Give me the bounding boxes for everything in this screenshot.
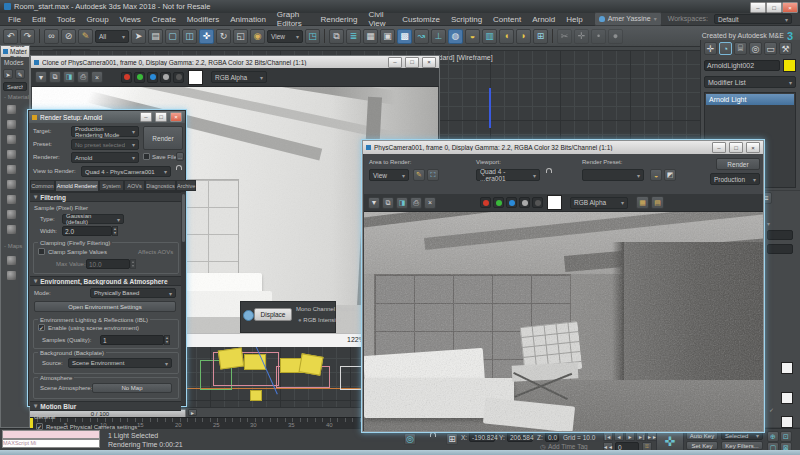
selection-set-dropdown[interactable]: Selected▾ (721, 431, 763, 440)
vfb2-production-dropdown[interactable]: Production▾ (710, 173, 760, 185)
vfb2-channel-dropdown[interactable]: RGB Alpha▾ (570, 197, 628, 209)
play-icon[interactable]: ► (625, 432, 635, 441)
area-to-render-dropdown[interactable]: View▾ (369, 169, 409, 181)
motion-tab-icon[interactable]: ◎ (749, 42, 762, 55)
select-link-icon[interactable]: ∞ (44, 29, 59, 44)
align-icon[interactable]: ≣ (346, 29, 361, 44)
render-setup-shortcut-icon[interactable]: ◒ (650, 169, 662, 181)
light-shadow-swatch[interactable] (781, 416, 793, 428)
modify-tab-icon[interactable]: ◔ (719, 42, 732, 55)
macro-recorder-field[interactable] (2, 430, 100, 439)
reference-coordinate-dropdown[interactable]: View▾ (267, 30, 303, 43)
light-filter-swatch[interactable] (781, 392, 793, 404)
menu-edit[interactable]: Edit (32, 15, 46, 24)
tab-aovs[interactable]: AOVs (124, 180, 145, 191)
vfb2-blue-channel-icon[interactable] (506, 197, 517, 208)
ribbon-toggle-icon[interactable]: ▩ (397, 29, 412, 44)
selection-filter-dropdown[interactable]: All▾ (95, 30, 129, 43)
workspace-dropdown[interactable]: Default▾ (714, 14, 792, 24)
rgb-intensity-radio[interactable]: ● RGB Intensity (298, 316, 340, 324)
vfb2-render-button[interactable]: Render (716, 158, 760, 170)
slate-select-icon[interactable]: ➤ (3, 69, 13, 79)
vfb1-channel-dropdown[interactable]: RGB Alpha▾ (211, 71, 267, 83)
menu-content[interactable]: Content (493, 15, 521, 24)
select-and-scale-icon[interactable]: ◱ (233, 29, 248, 44)
vfb1-background-swatch[interactable] (188, 70, 203, 85)
vfb1-red-channel-icon[interactable] (121, 72, 132, 83)
maxscript-mini-listener[interactable]: MAXScript Mi (2, 439, 100, 448)
open-arnold-aov-icon[interactable]: ⊞ (533, 29, 548, 44)
filter-width-field[interactable]: 2.0 (62, 226, 112, 236)
vfb2-clear-icon[interactable]: × (424, 197, 436, 209)
layer-manager-icon[interactable]: ▣ (380, 29, 395, 44)
use-pivot-point-icon[interactable]: ◳ (305, 29, 320, 44)
vfb2-copy-icon[interactable]: ⧉ (382, 197, 394, 209)
vfb1-close-button[interactable]: × (422, 57, 436, 68)
save-file-browse-button[interactable]: ... (176, 152, 184, 161)
time-slider-next-icon[interactable]: ► (188, 409, 197, 416)
vfb1-clone-icon[interactable]: ⧉ (49, 71, 61, 83)
x-coordinate-field[interactable]: -190.824 (469, 432, 495, 442)
vfb2-mono-channel-icon[interactable] (519, 197, 530, 208)
vfb2-layers-icon[interactable]: ▤ (651, 196, 664, 209)
object-color-swatch[interactable] (783, 59, 796, 72)
vfb2-maximize-button[interactable]: □ (729, 142, 743, 153)
menu-arnold[interactable]: Arnold (532, 15, 555, 24)
select-and-move-icon[interactable]: ✜ (199, 29, 214, 44)
menu-modifiers[interactable]: Modifiers (187, 15, 219, 24)
environment-dialog-icon[interactable]: ◩ (664, 169, 676, 181)
render-iterative-icon[interactable]: ◗ (516, 29, 531, 44)
select-and-place-icon[interactable]: ◉ (250, 29, 265, 44)
vfb1-green-channel-icon[interactable] (134, 72, 145, 83)
displace-button[interactable]: Displace (254, 308, 292, 321)
vfb2-save-icon[interactable]: ▼ (368, 197, 380, 209)
select-and-rotate-icon[interactable]: ↻ (216, 29, 231, 44)
vfb2-green-channel-icon[interactable] (493, 197, 504, 208)
schematic-view-icon[interactable]: ⊥ (431, 29, 446, 44)
vfb2-viewport-dropdown[interactable]: Quad 4 - ...era001▾ (476, 169, 540, 181)
mirror-icon[interactable]: ⧉ (329, 29, 344, 44)
render-setup-icon[interactable]: ◒ (465, 29, 480, 44)
vfb1-print-icon[interactable]: ⎙ (77, 71, 89, 83)
slate-modes-menu[interactable]: Modes (1, 57, 29, 68)
auto-region-icon[interactable]: ⛶ (427, 169, 439, 181)
bind-spacewarp-icon[interactable]: ✎ (78, 29, 93, 44)
renderer-dropdown[interactable]: Arnold▾ (71, 152, 139, 163)
vfb2-minimize-button[interactable]: – (712, 142, 726, 153)
y-coordinate-field[interactable]: 206.584 (507, 432, 533, 442)
create-tab-icon[interactable]: ✛ (704, 42, 717, 55)
redo-icon[interactable]: ↷ (20, 29, 35, 44)
coordinate-display-icon[interactable]: ⊞ (446, 433, 458, 445)
menu-help[interactable]: Help (566, 15, 582, 24)
vfb2-clone-icon[interactable]: ◨ (396, 197, 408, 209)
filter-type-dropdown[interactable]: Gaussian (default)▾ (62, 214, 124, 224)
light-color-swatch[interactable] (781, 362, 793, 374)
menu-animation[interactable]: Animation (230, 15, 266, 24)
select-object-icon[interactable]: ➤ (131, 29, 146, 44)
object-name-field[interactable]: ArnoldLight002 (704, 60, 780, 71)
max-value-field[interactable]: 10.0 (86, 259, 130, 269)
go-to-start-icon[interactable]: |◄ (603, 432, 613, 441)
slate-material-editor-titlebar[interactable]: Slate Material Editor (1, 46, 29, 57)
tab-archive[interactable]: Archive (176, 180, 196, 191)
select-by-name-icon[interactable]: ▤ (148, 29, 163, 44)
key-filters-button[interactable]: Key Filters... (721, 441, 763, 450)
auto-key-button[interactable]: Auto Key (686, 431, 718, 440)
menu-file[interactable]: File (8, 15, 21, 24)
modifier-stack-item[interactable]: Arnold Light (706, 94, 794, 105)
tab-arnold-renderer[interactable]: Arnold Renderer (55, 180, 99, 191)
vfb2-print-icon[interactable]: ⎙ (410, 197, 422, 209)
slate-pick-icon[interactable]: ✎ (15, 69, 25, 79)
display-tab-icon[interactable]: ▭ (764, 42, 777, 55)
menu-rendering[interactable]: Rendering (320, 15, 357, 24)
vfb1-blue-channel-icon[interactable] (147, 72, 158, 83)
slate-maps-section[interactable]: - Maps (1, 240, 29, 252)
tab-common[interactable]: Common (30, 180, 55, 191)
menu-tools[interactable]: Tools (57, 15, 76, 24)
tab-system[interactable]: System (99, 180, 124, 191)
bg-source-dropdown[interactable]: Scene Environment▾ (68, 358, 172, 368)
clamp-sample-values-checkbox[interactable] (38, 248, 45, 255)
menu-scripting[interactable]: Scripting (451, 15, 482, 24)
vfb2-titlebar[interactable]: PhysCamera001, frame 0, Display Gamma: 2… (363, 141, 763, 154)
isolate-selection-icon[interactable]: ◎ (404, 433, 416, 445)
